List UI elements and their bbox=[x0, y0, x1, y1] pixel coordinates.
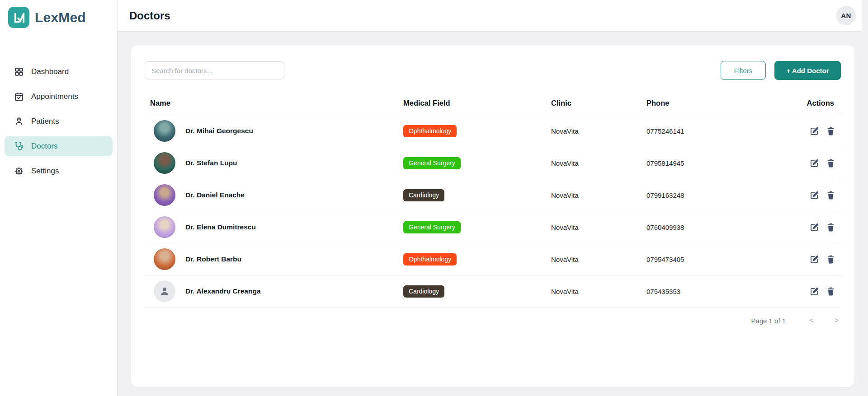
doctor-name: Dr. Alexandru Creanga bbox=[185, 287, 261, 295]
pagination: Page 1 of 1 < > bbox=[145, 314, 841, 327]
next-page-button[interactable]: > bbox=[835, 316, 839, 325]
medical-field-badge: Ophthalmology bbox=[403, 253, 457, 266]
delete-button[interactable] bbox=[826, 287, 835, 296]
column-header-name: Name bbox=[145, 99, 398, 107]
scrollbar[interactable] bbox=[862, 0, 868, 396]
sidebar-item-label: Settings bbox=[31, 167, 59, 176]
doctors-card: Filters + Add Doctor Name Medical Field … bbox=[131, 45, 854, 387]
content-area: Filters + Add Doctor Name Medical Field … bbox=[118, 32, 868, 396]
doctor-avatar bbox=[154, 120, 175, 142]
doctor-name: Dr. Stefan Lupu bbox=[185, 159, 237, 167]
phone-cell: 0799163248 bbox=[641, 191, 789, 199]
table-row[interactable]: Dr. Daniel Enache Cardiology NovaVita 07… bbox=[145, 179, 841, 211]
calendar-check-icon bbox=[14, 91, 24, 102]
phone-cell: 0775246141 bbox=[641, 127, 789, 135]
doctor-name: Dr. Elena Dumitrescu bbox=[185, 223, 256, 231]
doctor-name: Dr. Mihai Georgescu bbox=[185, 127, 253, 135]
doctor-name: Dr. Robert Barbu bbox=[185, 255, 241, 263]
edit-button[interactable] bbox=[810, 191, 819, 200]
delete-button[interactable] bbox=[826, 158, 835, 168]
delete-button[interactable] bbox=[826, 223, 835, 232]
pagination-label: Page 1 of 1 bbox=[751, 317, 786, 325]
sidebar-item-settings[interactable]: Settings bbox=[5, 161, 113, 181]
prev-page-button[interactable]: < bbox=[809, 316, 814, 325]
clinic-cell: NovaVita bbox=[546, 191, 641, 199]
filters-button[interactable]: Filters bbox=[721, 61, 766, 80]
delete-button[interactable] bbox=[826, 126, 835, 136]
toolbar: Filters + Add Doctor bbox=[145, 61, 841, 80]
brand-name: LexMed bbox=[35, 10, 86, 25]
user-avatar[interactable]: AN bbox=[836, 6, 856, 25]
sidebar-item-label: Dashboard bbox=[31, 67, 69, 76]
edit-button[interactable] bbox=[810, 287, 819, 296]
column-header-clinic: Clinic bbox=[546, 99, 641, 107]
sidebar-item-appointments[interactable]: Appointments bbox=[5, 86, 113, 107]
doctor-name: Dr. Daniel Enache bbox=[185, 191, 245, 199]
medical-field-badge: Cardiology bbox=[403, 285, 444, 298]
dashboard-grid-icon bbox=[14, 66, 24, 77]
stethoscope-icon bbox=[14, 141, 24, 152]
table-row[interactable]: Dr. Robert Barbu Ophthalmology NovaVita … bbox=[145, 243, 841, 275]
sidebar-item-patients[interactable]: Patients bbox=[5, 111, 113, 131]
edit-button[interactable] bbox=[810, 126, 819, 136]
medical-field-badge: Cardiology bbox=[403, 189, 444, 201]
phone-cell: 0795814945 bbox=[641, 159, 789, 167]
edit-button[interactable] bbox=[810, 223, 819, 232]
doctor-avatar bbox=[154, 152, 175, 174]
main-area: Doctors AN Filters + Add Doctor Name Med… bbox=[118, 0, 868, 396]
sidebar-item-label: Doctors bbox=[31, 142, 58, 151]
edit-button[interactable] bbox=[810, 255, 819, 264]
medical-field-badge: General Surgery bbox=[403, 157, 461, 169]
sidebar-item-label: Appointments bbox=[31, 92, 78, 101]
person-icon bbox=[159, 285, 170, 297]
doctor-avatar bbox=[154, 216, 175, 238]
sidebar-item-doctors[interactable]: Doctors bbox=[5, 136, 113, 156]
table-row[interactable]: Dr. Mihai Georgescu Ophthalmology NovaVi… bbox=[145, 115, 841, 147]
doctor-avatar-placeholder bbox=[154, 280, 175, 302]
phone-cell: 0760409938 bbox=[641, 224, 789, 231]
clinic-cell: NovaVita bbox=[546, 224, 641, 231]
column-header-phone: Phone bbox=[641, 99, 789, 107]
sidebar: LexMed Dashboard bbox=[0, 0, 118, 396]
page-title: Doctors bbox=[129, 9, 170, 22]
phone-cell: 075435353 bbox=[641, 288, 789, 295]
medical-field-badge: General Surgery bbox=[403, 221, 461, 233]
search-input[interactable] bbox=[145, 61, 284, 79]
table-row[interactable]: Dr. Elena Dumitrescu General Surgery Nov… bbox=[145, 211, 841, 243]
doctors-table: Name Medical Field Clinic Phone Actions … bbox=[145, 95, 841, 307]
gear-icon bbox=[14, 166, 24, 177]
doctor-avatar bbox=[154, 184, 175, 206]
edit-button[interactable] bbox=[810, 158, 819, 168]
delete-button[interactable] bbox=[826, 255, 835, 264]
add-doctor-button[interactable]: + Add Doctor bbox=[774, 61, 841, 80]
toolbar-actions: Filters + Add Doctor bbox=[721, 61, 841, 80]
lexmed-logo-icon bbox=[8, 7, 29, 28]
column-header-medical-field: Medical Field bbox=[398, 99, 546, 107]
column-header-actions: Actions bbox=[789, 99, 841, 107]
doctor-avatar bbox=[154, 248, 175, 270]
patient-icon bbox=[14, 116, 24, 127]
table-row[interactable]: Dr. Stefan Lupu General Surgery NovaVita… bbox=[145, 147, 841, 179]
sidebar-item-dashboard[interactable]: Dashboard bbox=[5, 61, 113, 82]
table-row[interactable]: Dr. Alexandru Creanga Cardiology NovaVit… bbox=[145, 275, 841, 307]
delete-button[interactable] bbox=[826, 191, 835, 200]
clinic-cell: NovaVita bbox=[546, 159, 641, 167]
sidebar-item-label: Patients bbox=[31, 117, 59, 126]
clinic-cell: NovaVita bbox=[546, 256, 641, 263]
phone-cell: 0795473405 bbox=[641, 256, 789, 263]
sidebar-nav: Dashboard Appointments bbox=[0, 61, 117, 181]
clinic-cell: NovaVita bbox=[546, 288, 641, 295]
medical-field-badge: Ophthalmology bbox=[403, 125, 457, 137]
top-header: Doctors AN bbox=[118, 0, 868, 32]
brand[interactable]: LexMed bbox=[0, 7, 117, 28]
table-header-row: Name Medical Field Clinic Phone Actions bbox=[145, 95, 841, 115]
app-root: LexMed Dashboard bbox=[0, 0, 868, 396]
clinic-cell: NovaVita bbox=[546, 127, 641, 135]
